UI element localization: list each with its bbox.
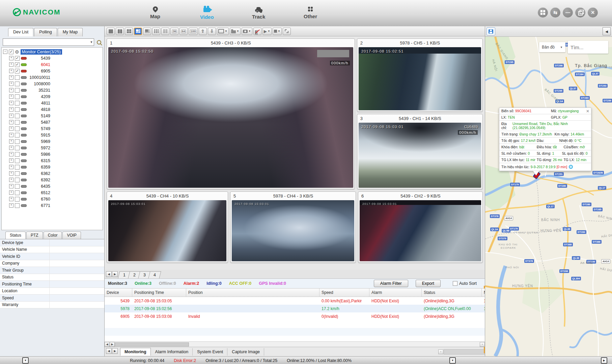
expand-icon[interactable]: +	[9, 133, 13, 137]
alarm-filter-button[interactable]: Alarm Filter	[374, 280, 408, 287]
tree-item[interactable]: + 6760	[2, 196, 103, 202]
device-label[interactable]: 6392	[28, 178, 50, 182]
map-search-input[interactable]	[568, 41, 608, 54]
device-checkbox[interactable]	[15, 94, 20, 99]
scroll-end-button[interactable]: ›	[480, 342, 485, 347]
tab-dev-list[interactable]: Dev List	[8, 28, 33, 36]
view-2-button[interactable]	[116, 28, 124, 35]
device-label[interactable]: 1008000	[28, 82, 50, 86]
tree-item[interactable]: + 100010011	[2, 74, 103, 81]
device-checkbox[interactable]	[15, 184, 20, 189]
tree-root-label[interactable]: Monitor Center(3/25)	[21, 49, 62, 55]
tab-capture-image[interactable]: Capture Image	[228, 348, 264, 356]
switch-user-button[interactable]: ⇆	[550, 7, 560, 18]
col-device[interactable]: Device	[105, 289, 132, 297]
chevron-down-icon[interactable]: ▼	[89, 40, 94, 44]
expand-icon[interactable]: +	[9, 69, 13, 73]
device-label[interactable]: 6512	[28, 190, 50, 195]
tab-status[interactable]: Status	[5, 232, 26, 239]
tree-item[interactable]: + 5915	[2, 132, 103, 138]
video-pane-3[interactable]: 35439 - CH1 - 14 KB/S 2017-09-08 15:03:0…	[357, 114, 483, 189]
gear-icon[interactable]: ⚙	[15, 50, 19, 54]
minimize-button[interactable]: —	[563, 7, 573, 18]
video-pane-2[interactable]: 25978 - CH5 - 1 KB/S 2017-09-08 15:02:51	[357, 38, 483, 112]
expand-icon[interactable]: +	[9, 120, 13, 124]
tree-item[interactable]: + 6392	[2, 177, 103, 183]
tree-item[interactable]: + 4818	[2, 106, 103, 113]
tree-item[interactable]: + 5986	[2, 151, 103, 157]
expand-icon[interactable]: +	[9, 94, 13, 99]
expand-icon[interactable]: +	[9, 82, 13, 86]
expand-icon[interactable]: +	[9, 75, 13, 80]
tree-item[interactable]: + ✓ 6905	[2, 68, 103, 74]
auto-sort-checkbox[interactable]	[453, 281, 457, 286]
expand-icon[interactable]: +	[9, 126, 13, 131]
device-label[interactable]: 6905	[28, 69, 50, 73]
apps-button[interactable]	[538, 7, 548, 18]
view-100-button[interactable]: 100	[189, 28, 198, 35]
device-checkbox[interactable]	[15, 126, 20, 131]
video-pane-6[interactable]: 65439 - CH2 - 9 KB/S 2017-09-08 15:03:01	[358, 191, 483, 263]
device-checkbox[interactable]	[15, 171, 20, 176]
device-label[interactable]: 5149	[28, 114, 50, 118]
device-label[interactable]: 6435	[28, 184, 50, 189]
tab-alarm-information[interactable]: Alarm Information	[151, 348, 193, 356]
device-checkbox[interactable]	[15, 152, 20, 157]
expand-icon[interactable]: +	[9, 203, 13, 208]
device-label[interactable]: 5915	[28, 133, 50, 138]
expand-icon[interactable]: +	[9, 197, 13, 201]
device-checkbox[interactable]	[15, 107, 20, 112]
tree-item[interactable]: + 4811	[2, 100, 103, 106]
nav-tab-map[interactable]: Map	[135, 2, 175, 24]
device-checkbox[interactable]: ✓	[15, 69, 20, 73]
device-label[interactable]: 5986	[28, 152, 50, 157]
play-button[interactable]: ▶▼	[262, 28, 272, 35]
tab-system-event[interactable]: System Event	[193, 348, 227, 356]
tabs-scrollbar[interactable]	[444, 349, 485, 355]
tree-item[interactable]: + 5749	[2, 125, 103, 132]
tree-item[interactable]: + 1008000	[2, 81, 103, 87]
expand-icon[interactable]: +	[9, 56, 13, 60]
tree-item[interactable]: + 6512	[2, 189, 103, 196]
device-label[interactable]: 5972	[28, 146, 50, 150]
view-1-button[interactable]	[107, 28, 115, 35]
device-label[interactable]: 4811	[28, 101, 50, 105]
page-tab[interactable]: 4	[148, 271, 161, 278]
device-checkbox[interactable]	[15, 75, 20, 80]
tab-polling[interactable]: Polling	[34, 28, 57, 36]
expand-icon[interactable]: +	[9, 190, 13, 195]
stretch-mode-button[interactable]: ▼	[217, 28, 229, 35]
col-positioning-time[interactable]: Positioning Time	[132, 289, 186, 297]
tabs-next-button[interactable]: ▶	[112, 348, 118, 354]
expand-icon[interactable]: +	[9, 178, 13, 182]
device-label[interactable]: 100010011	[28, 75, 50, 80]
video-pane-4[interactable]: 45439 - CH4 - 10 KB/S 2017-09-08 15:03:0…	[107, 191, 228, 263]
video-feed[interactable]: 2017-09-08 15:02:50 000km/h	[108, 47, 353, 188]
mute-button[interactable]	[253, 28, 261, 35]
restore-button[interactable]	[575, 7, 585, 18]
expand-icon[interactable]: +	[9, 101, 13, 105]
view-64-button[interactable]: 64	[179, 28, 188, 35]
page-up-button[interactable]: ⇧	[199, 28, 207, 35]
video-feed[interactable]: 2017-09-08 15:03:01 CU6489 000km/h	[359, 123, 481, 188]
nav-tab-video[interactable]: Video	[187, 2, 227, 24]
device-label[interactable]: 5969	[28, 139, 50, 144]
device-checkbox[interactable]	[15, 101, 20, 105]
fullscreen-button[interactable]	[283, 28, 291, 35]
view-4-button[interactable]	[125, 28, 133, 35]
save-map-button[interactable]	[486, 27, 495, 35]
tree-item[interactable]: + 6362	[2, 170, 103, 177]
tab-monitoring[interactable]: Monitoring	[120, 348, 151, 356]
scroll-left-button[interactable]: ◀	[105, 342, 110, 347]
device-label[interactable]: 6362	[28, 171, 50, 176]
nav-tab-track[interactable]: Track	[239, 2, 279, 24]
export-button[interactable]: Export	[416, 280, 441, 287]
scroll-right-button[interactable]: ▶	[110, 342, 115, 347]
device-label[interactable]: 4818	[28, 107, 50, 112]
map-canvas[interactable]: DT294 DT295 DT298 DT284 QL37 DT293 QL37 …	[485, 37, 612, 356]
view-36-button[interactable]: 36	[170, 28, 178, 35]
view-6-button[interactable]	[134, 28, 142, 35]
tree-item[interactable]: + 4209	[2, 93, 103, 100]
tab-my-map[interactable]: My Map	[58, 28, 83, 36]
expand-icon[interactable]: +	[9, 152, 13, 156]
